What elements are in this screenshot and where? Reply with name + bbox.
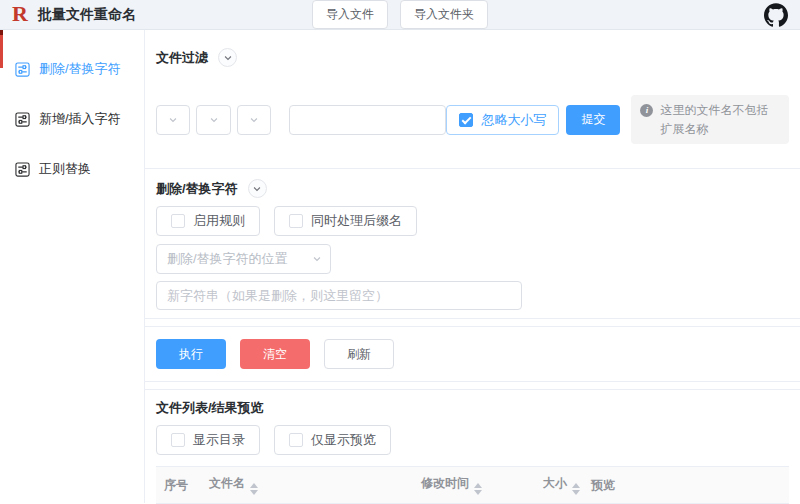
import-folder-button[interactable]: 导入文件夹 xyxy=(400,0,488,29)
github-icon[interactable] xyxy=(764,3,788,27)
delete-replace-title: 删除/替换字符 xyxy=(156,180,238,198)
column-header-size[interactable]: 大小 xyxy=(535,467,583,504)
slider-settings-icon xyxy=(15,112,30,127)
sidebar-item-label: 删除/替换字符 xyxy=(39,60,121,78)
slider-settings-icon xyxy=(15,162,30,177)
file-list-section: 文件列表/结果预览 显示目录 仅显示预览 序号 文件名 修 xyxy=(145,389,800,504)
main-content: 文件过滤 忽略大小写 提交 xyxy=(145,30,800,503)
filter-hint: i 这里的文件名不包括扩展名称 xyxy=(631,95,789,144)
sidebar-item-delete-replace[interactable]: 删除/替换字符 xyxy=(0,44,144,94)
delete-replace-section: 删除/替换字符 启用规则 同时处理后缀名 删除/替换字符的位置 xyxy=(145,169,800,319)
position-select-placeholder: 删除/替换字符的位置 xyxy=(167,250,288,268)
page-title: 批量文件重命名 xyxy=(38,6,136,24)
chevron-down-icon xyxy=(249,115,259,125)
slider-settings-icon xyxy=(15,62,30,77)
sidebar-item-label: 新增/插入字符 xyxy=(39,110,121,128)
column-header-index: 序号 xyxy=(156,467,201,504)
sort-carets-icon[interactable] xyxy=(474,483,482,495)
column-header-filename[interactable]: 文件名 xyxy=(201,467,413,504)
file-table: 序号 文件名 修改时间 大小 预览 尚未加载任何文件 xyxy=(156,466,789,504)
sort-carets-icon[interactable] xyxy=(572,483,580,495)
ignore-case-label: 忽略大小写 xyxy=(481,111,546,129)
file-filter-title: 文件过滤 xyxy=(156,49,208,67)
column-header-preview: 预览 xyxy=(583,467,789,504)
position-select[interactable]: 删除/替换字符的位置 xyxy=(156,244,331,274)
enable-rule-checkbox[interactable]: 启用规则 xyxy=(156,206,260,236)
sidebar-item-regex-replace[interactable]: 正则替换 xyxy=(0,144,144,194)
table-header-row: 序号 文件名 修改时间 大小 预览 xyxy=(156,467,789,504)
run-button[interactable]: 执行 xyxy=(156,339,226,369)
chevron-down-icon xyxy=(252,184,262,194)
import-file-button[interactable]: 导入文件 xyxy=(312,0,388,29)
filter-hint-text: 这里的文件名不包括扩展名称 xyxy=(660,101,780,138)
file-filter-section: 文件过滤 忽略大小写 提交 xyxy=(145,30,800,169)
ignore-case-checkbox[interactable]: 忽略大小写 xyxy=(446,105,559,135)
app-header: R 批量文件重命名 导入文件 导入文件夹 xyxy=(0,0,800,30)
preview-only-label: 仅显示预览 xyxy=(311,431,376,449)
actions-bar: 执行 清空 刷新 xyxy=(145,326,800,382)
chevron-down-icon xyxy=(223,53,233,63)
filter-keyword-input[interactable] xyxy=(289,105,446,135)
submit-button[interactable]: 提交 xyxy=(566,105,620,135)
header-actions: 导入文件 导入文件夹 xyxy=(312,0,488,29)
info-icon: i xyxy=(640,104,653,117)
sidebar-item-label: 正则替换 xyxy=(39,160,91,178)
collapse-toggle[interactable] xyxy=(248,179,267,198)
chevron-down-icon xyxy=(209,115,219,125)
checkbox-unchecked-icon xyxy=(171,433,185,447)
checkbox-unchecked-icon xyxy=(171,214,185,228)
column-header-modified-time[interactable]: 修改时间 xyxy=(413,467,535,504)
preview-only-checkbox[interactable]: 仅显示预览 xyxy=(274,425,391,455)
process-extension-checkbox[interactable]: 同时处理后缀名 xyxy=(274,206,417,236)
new-string-input[interactable] xyxy=(156,281,522,310)
chevron-down-icon xyxy=(168,115,178,125)
filter-select-2[interactable] xyxy=(196,105,230,135)
sidebar: 删除/替换字符 新增/插入字符 正则替换 xyxy=(0,30,145,503)
filter-select-1[interactable] xyxy=(156,105,190,135)
file-list-title: 文件列表/结果预览 xyxy=(156,399,264,417)
show-directory-label: 显示目录 xyxy=(193,431,245,449)
show-directory-checkbox[interactable]: 显示目录 xyxy=(156,425,260,455)
refresh-button[interactable]: 刷新 xyxy=(324,339,394,369)
chevron-down-icon xyxy=(312,254,322,264)
enable-rule-label: 启用规则 xyxy=(193,212,245,230)
sidebar-item-add-insert[interactable]: 新增/插入字符 xyxy=(0,94,144,144)
app-logo: R xyxy=(12,3,28,25)
checkbox-checked-icon xyxy=(459,113,473,127)
collapse-toggle[interactable] xyxy=(218,48,237,67)
checkbox-unchecked-icon xyxy=(289,433,303,447)
active-item-indicator xyxy=(0,30,3,68)
process-extension-label: 同时处理后缀名 xyxy=(311,212,402,230)
checkbox-unchecked-icon xyxy=(289,214,303,228)
sort-carets-icon[interactable] xyxy=(250,483,258,495)
clear-button[interactable]: 清空 xyxy=(240,339,310,369)
filter-select-3[interactable] xyxy=(237,105,271,135)
